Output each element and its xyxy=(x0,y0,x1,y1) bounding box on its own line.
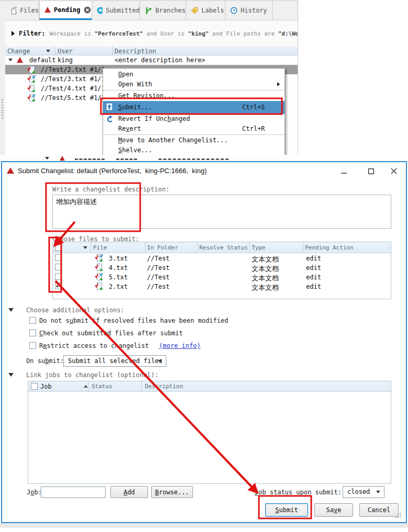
dialog-titlebar: Submit Changelist: default (PerforceTest… xyxy=(2,162,406,180)
cell-pending-action: edit xyxy=(306,274,321,281)
column-user[interactable]: User xyxy=(58,48,73,55)
close-button[interactable] xyxy=(384,163,404,179)
tab-pending[interactable]: Pending xyxy=(39,1,92,20)
add-button[interactable]: Add xyxy=(110,486,148,498)
column-resolve-status[interactable]: Resolve Status xyxy=(199,244,248,251)
maximize-button[interactable] xyxy=(361,163,381,179)
close-icon xyxy=(391,168,397,174)
menu-item-submit[interactable]: Submit... Ctrl+S xyxy=(103,101,285,114)
column-dropdown-icon[interactable] xyxy=(46,50,50,52)
file-checkbox[interactable] xyxy=(55,273,62,280)
menu-item-revert-if-unchanged[interactable]: Revert If Unchanged xyxy=(103,114,285,124)
menu-separator xyxy=(103,134,285,135)
clock-icon xyxy=(230,7,237,14)
description-textarea[interactable]: 增加内容描述 xyxy=(52,195,391,229)
filter-expand-icon[interactable] xyxy=(12,31,15,36)
more-info-link[interactable]: (more info) xyxy=(159,342,200,349)
cell-file: 4.txt xyxy=(109,264,128,271)
changelist-header: Change User Description xyxy=(5,47,298,55)
splitter-grip-icon xyxy=(2,99,3,120)
column-job[interactable]: Job xyxy=(40,383,52,390)
tab-files[interactable]: Files xyxy=(6,1,39,20)
job-input[interactable] xyxy=(41,486,106,498)
jobs-table-header: Job Status Description xyxy=(28,381,391,392)
dropdown-value: closed xyxy=(347,488,370,495)
file-checkbox[interactable] xyxy=(55,282,62,289)
select-all-jobs-checkbox[interactable] xyxy=(31,383,38,390)
check-out-after-submit-checkbox[interactable] xyxy=(29,330,36,336)
tab-history[interactable]: History xyxy=(225,1,273,20)
column-file[interactable]: File xyxy=(93,244,107,251)
on-submit-dropdown[interactable]: Submit all selected files xyxy=(63,355,166,367)
sort-desc-icon[interactable] xyxy=(83,246,87,249)
cell-in-folder: //Test xyxy=(147,274,169,281)
job-status-dropdown[interactable]: closed xyxy=(343,486,384,498)
file-checkbox[interactable] xyxy=(55,254,62,261)
column-description[interactable]: Description xyxy=(145,383,183,390)
menu-item-get-revision[interactable]: Get Revision... xyxy=(103,91,285,101)
tab-label: Files xyxy=(20,7,39,14)
column-description[interactable]: Description xyxy=(115,48,156,55)
close-tab-icon[interactable] xyxy=(84,6,91,14)
menu-shortcut: Ctrl+S xyxy=(242,101,265,114)
collapse-jobs-icon[interactable] xyxy=(8,373,14,377)
expand-icon[interactable] xyxy=(8,59,13,61)
menu-item-open-with[interactable]: Open With xyxy=(103,80,285,89)
tab-branches[interactable]: Branches xyxy=(140,1,186,20)
link-jobs-label: Link jobs to changelist (optional): xyxy=(26,371,158,379)
table-row[interactable]: 4.txt //Test 文本文档 edit xyxy=(53,263,391,272)
copy-pages-icon xyxy=(11,7,17,15)
column-type[interactable]: Type xyxy=(252,244,266,251)
column-in-folder[interactable]: In Folder xyxy=(147,244,178,251)
table-row[interactable]: 5.txt //Test 文本文档 edit xyxy=(53,272,391,281)
screenshot-shadow xyxy=(0,523,408,528)
sort-asc-icon[interactable] xyxy=(84,385,88,388)
changelist-row[interactable]: default king <enter description here> xyxy=(5,55,298,65)
cell-file: 2.txt xyxy=(109,283,128,290)
resize-grip[interactable] xyxy=(394,512,402,519)
dropdown-arrow-icon xyxy=(158,360,162,363)
file-edit-resolved-icon xyxy=(95,254,103,262)
blurred-text xyxy=(75,159,105,160)
branch-icon xyxy=(145,7,152,15)
changelist-icon xyxy=(60,156,65,161)
save-button[interactable]: Save xyxy=(314,503,353,517)
cell-pending-action: edit xyxy=(306,255,321,262)
file-edit-icon xyxy=(95,263,103,271)
cell-in-folder: //Test xyxy=(147,255,169,262)
cell-type: 文本文档 xyxy=(252,283,279,292)
select-all-checkbox[interactable] xyxy=(55,244,62,251)
checkbox-label: Do not submit if resolved files have bee… xyxy=(39,317,228,324)
file-checkbox[interactable] xyxy=(55,264,62,270)
filter-bar: Filter: Workspace is "PerforceTest" and … xyxy=(5,20,298,47)
checkbox-label: Check out submitted files after submit xyxy=(39,330,183,337)
cell-pending-action: edit xyxy=(306,264,321,271)
table-row[interactable]: 2.txt //Test 文本文档 edit xyxy=(53,281,391,291)
minimize-button[interactable] xyxy=(334,163,354,179)
main-window: Files Pending Submitted xyxy=(0,0,298,155)
column-change[interactable]: Change xyxy=(7,48,30,55)
cancel-button[interactable]: Cancel xyxy=(359,503,399,517)
menu-item-shelve[interactable]: Shelve... xyxy=(103,145,285,155)
tab-label: Pending xyxy=(54,6,81,14)
column-status[interactable]: Status xyxy=(92,383,112,390)
changelist-description: <enter description here> xyxy=(115,56,205,64)
restrict-access-checkbox[interactable] xyxy=(29,342,36,349)
file-edit-resolved-icon xyxy=(27,94,36,102)
tab-labels[interactable]: Labels xyxy=(186,1,225,20)
files-table-header: File In Folder Resolve Status Type Pendi… xyxy=(53,242,391,253)
submit-button[interactable]: Submit xyxy=(265,503,308,517)
menu-item-move-to-changelist[interactable]: Move to Another Changelist... xyxy=(103,135,285,145)
do-not-submit-checkbox[interactable] xyxy=(29,317,36,324)
context-menu: Open Open With Get Revision... Submit...… xyxy=(103,68,285,155)
browse-button[interactable]: Browse... xyxy=(151,486,193,498)
blurred-text xyxy=(116,159,137,160)
menu-item-revert[interactable]: Revert Ctrl+R xyxy=(103,124,285,134)
menu-item-open[interactable]: Open xyxy=(103,70,285,80)
filter-label: Filter: xyxy=(19,30,46,37)
collapse-options-icon[interactable] xyxy=(8,308,14,312)
column-pending-action[interactable]: Pending Action xyxy=(305,244,354,251)
table-row[interactable]: 3.txt //Test 文本文档 edit xyxy=(53,253,391,263)
tab-submitted[interactable]: Submitted xyxy=(92,1,140,20)
cell-pending-action: edit xyxy=(306,283,321,290)
